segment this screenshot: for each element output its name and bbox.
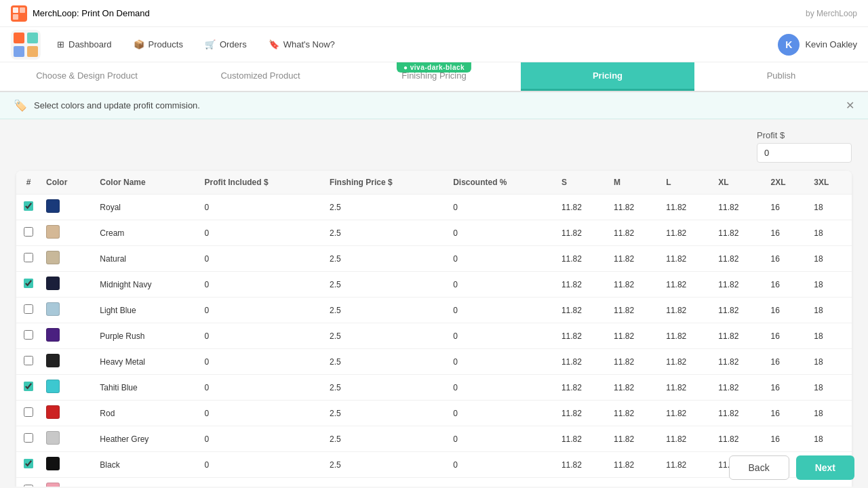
back-button[interactable]: Back	[729, 455, 789, 480]
step-publish[interactable]: Publish	[694, 62, 868, 91]
row-checkbox-cell[interactable]	[16, 452, 41, 478]
col-header-3xl: 3XL	[808, 171, 852, 195]
profit-input[interactable]	[757, 143, 852, 163]
row-color-name: Tahiti Blue	[94, 375, 199, 401]
row-m: 11.82	[608, 426, 660, 452]
row-s: 11.82	[556, 375, 608, 401]
app-logo-icon	[11, 5, 27, 22]
color-swatch	[46, 328, 60, 342]
row-finishing: 2.5	[324, 452, 448, 478]
row-l: 11.82	[660, 401, 713, 426]
nav-item-whatsnow[interactable]: 🔖 What's Now?	[260, 35, 343, 54]
row-xl: 11.82	[713, 272, 765, 298]
row-xl: 11.82	[713, 323, 765, 349]
row-2xl: 16	[766, 401, 809, 426]
row-checkbox-cell[interactable]	[16, 323, 41, 349]
row-discounted: 0	[448, 452, 556, 478]
row-l: 11.82	[660, 323, 713, 349]
row-checkbox-cell[interactable]	[16, 478, 41, 487]
nav-right: K Kevin Oakley	[778, 34, 857, 56]
profit-section: Profit $	[16, 130, 852, 163]
row-s: 11.82	[556, 195, 608, 220]
row-l: 11.82	[660, 272, 713, 298]
row-checkbox[interactable]	[24, 382, 33, 391]
row-profit: 0	[199, 195, 324, 220]
step-finishing[interactable]: Finishing Pricing	[347, 62, 521, 91]
row-m: 11.82	[608, 478, 660, 487]
row-checkbox[interactable]	[24, 279, 33, 288]
row-2xl: 16	[766, 349, 809, 375]
col-header-profit: Profit Included $	[199, 171, 324, 195]
row-checkbox-cell[interactable]	[16, 349, 41, 375]
row-l: 11.82	[660, 478, 713, 487]
row-finishing: 2.5	[324, 298, 448, 323]
row-color-name: Light Blue	[94, 298, 199, 323]
svg-rect-3	[13, 14, 18, 20]
table-row: Purple Rush 0 2.5 0 11.82 11.82 11.82 11…	[16, 323, 852, 349]
row-3xl: 18	[808, 401, 852, 426]
products-icon: 📦	[134, 39, 144, 49]
row-checkbox-cell[interactable]	[16, 195, 41, 220]
row-finishing: 2.5	[324, 349, 448, 375]
row-m: 11.82	[608, 323, 660, 349]
row-xl: 11.82	[713, 298, 765, 323]
row-checkbox[interactable]	[24, 407, 33, 417]
row-checkbox[interactable]	[24, 356, 33, 365]
row-checkbox-cell[interactable]	[16, 401, 41, 426]
row-checkbox[interactable]	[24, 201, 33, 211]
row-checkbox[interactable]	[24, 304, 33, 314]
row-2xl: 16	[766, 272, 809, 298]
notif-close-button[interactable]: ✕	[846, 99, 854, 112]
nav-item-orders[interactable]: 🛒 Orders	[197, 35, 255, 54]
color-swatch	[46, 225, 60, 239]
row-3xl: 18	[808, 246, 852, 272]
row-checkbox-cell[interactable]	[16, 246, 41, 272]
nav-item-products[interactable]: 📦 Products	[125, 35, 191, 54]
step-choose-design[interactable]: Choose & Design Product	[0, 62, 174, 91]
row-checkbox[interactable]	[24, 459, 33, 468]
row-checkbox-cell[interactable]	[16, 375, 41, 401]
row-m: 11.82	[608, 452, 660, 478]
row-finishing: 2.5	[324, 195, 448, 220]
row-profit: 0	[199, 220, 324, 246]
row-s: 11.82	[556, 426, 608, 452]
row-s: 11.82	[556, 298, 608, 323]
profit-label: Profit $	[757, 130, 852, 140]
row-checkbox-cell[interactable]	[16, 426, 41, 452]
row-checkbox[interactable]	[24, 227, 33, 237]
col-header-finishing: Finshing Price $	[324, 171, 448, 195]
bottom-bar: Back Next	[715, 447, 868, 488]
row-xl: 11.82	[713, 349, 765, 375]
row-swatch-cell	[41, 195, 94, 220]
next-button[interactable]: Next	[796, 455, 854, 480]
row-checkbox[interactable]	[24, 253, 33, 262]
row-checkbox-cell[interactable]	[16, 298, 41, 323]
row-checkbox-cell[interactable]	[16, 220, 41, 246]
row-checkbox-cell[interactable]	[16, 272, 41, 298]
row-l: 11.82	[660, 246, 713, 272]
color-swatch	[46, 251, 60, 264]
color-swatch	[46, 302, 60, 316]
steps-bar: ● viva-dark-black Choose & Design Produc…	[0, 62, 868, 92]
row-xl: 11.82	[713, 220, 765, 246]
row-checkbox[interactable]	[24, 330, 33, 340]
row-checkbox[interactable]	[24, 433, 33, 443]
nav-logo-icon	[11, 30, 41, 60]
dashboard-icon: ⊞	[57, 39, 64, 49]
notif-icon: 🏷️	[14, 99, 27, 112]
step-pricing[interactable]: Pricing	[521, 62, 694, 91]
step-customized[interactable]: Customized Product	[174, 62, 347, 91]
row-checkbox[interactable]	[24, 485, 33, 487]
row-finishing: 2.5	[324, 401, 448, 426]
row-swatch-cell	[41, 272, 94, 298]
row-m: 11.82	[608, 246, 660, 272]
svg-rect-1	[13, 7, 18, 13]
row-discounted: 0	[448, 323, 556, 349]
row-profit: 0	[199, 452, 324, 478]
step-publish-label: Publish	[767, 70, 796, 81]
notif-left: 🏷️ Select colors and update profit commi…	[14, 99, 200, 112]
nav-item-dashboard[interactable]: ⊞ Dashboard	[49, 35, 120, 54]
row-color-name: Midnight Navy	[94, 272, 199, 298]
row-discounted: 0	[448, 349, 556, 375]
row-2xl: 16	[766, 375, 809, 401]
